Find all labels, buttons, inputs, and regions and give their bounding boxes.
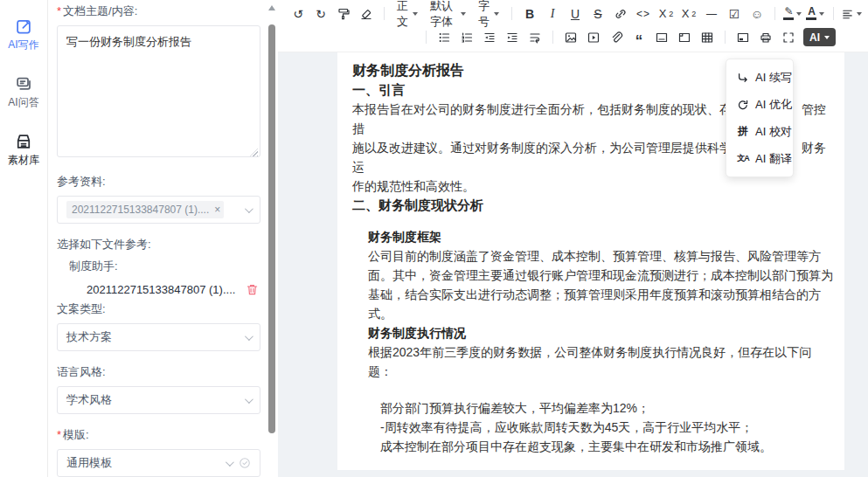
font-family-dropdown[interactable]: 默认字体 — [424, 3, 472, 24]
highlight-color-dropdown[interactable]: ✎ — [782, 3, 803, 24]
ai-tools-dropdown[interactable]: AI — [803, 28, 836, 46]
blockquote-button[interactable]: “ — [628, 27, 649, 48]
proofread-icon: 拼 — [737, 124, 749, 139]
paragraph-style-dropdown[interactable]: 正文 — [391, 3, 424, 24]
outdent-button[interactable] — [479, 27, 500, 48]
horizontal-rule-button[interactable]: — — [701, 3, 722, 24]
italic-button[interactable]: I — [542, 3, 563, 24]
caret-down-icon — [824, 36, 830, 39]
source-view-icon — [736, 31, 750, 45]
ordered-list-button[interactable] — [456, 27, 477, 48]
print-button[interactable] — [755, 27, 776, 48]
bold-button[interactable]: B — [519, 3, 540, 24]
panel-scrollbar[interactable] — [267, 0, 277, 477]
subscript-button[interactable]: X2 — [656, 3, 677, 24]
insert-video-button[interactable] — [583, 27, 604, 48]
scrollbar-thumb[interactable] — [268, 24, 275, 433]
nav-rail: AI写作 AI问答 素材库 — [0, 0, 48, 477]
strikethrough-button[interactable]: S — [587, 3, 608, 24]
fullscreen-button[interactable] — [778, 27, 799, 48]
caret-down-icon — [857, 12, 862, 16]
fullscreen-icon — [781, 31, 795, 45]
image-icon — [564, 31, 578, 45]
menu-item-ai-optimize[interactable]: AI 优化 — [726, 91, 793, 118]
format-painter-icon — [337, 7, 351, 21]
style-select[interactable]: 学术风格 — [57, 386, 260, 414]
tag-close-icon[interactable]: × — [214, 204, 220, 216]
underline-button[interactable]: U — [565, 3, 586, 24]
required-mark: * — [57, 428, 61, 441]
form-panel: *文档主题/内容: 写一份财务制度分析报告 参考资料: 202112271513… — [48, 0, 278, 477]
align-icon — [841, 7, 854, 21]
text-wrap-button[interactable] — [524, 27, 545, 48]
inline-code-button[interactable]: <> — [633, 3, 654, 24]
template-select[interactable]: 通用模板 — [57, 449, 260, 477]
file-reference-row: 2021122715133847807 (1).... — [87, 283, 260, 296]
caret-down-icon — [494, 12, 499, 16]
doc-issue-line: 成本控制在部分项目中存在超支现象，主要集中在研发和市场推广领域。 — [380, 437, 834, 456]
editor: ↺ ↻ 正文 — [278, 0, 868, 477]
menu-item-ai-proofread[interactable]: 拼 AI 校对 — [726, 118, 793, 145]
translate-icon: 文A — [737, 153, 749, 164]
menu-item-label: AI 翻译 — [755, 151, 792, 167]
topic-label: *文档主题/内容: — [57, 3, 260, 19]
code-block-button[interactable] — [674, 27, 695, 48]
reference-label: 参考资料: — [57, 174, 260, 190]
ordered-list-icon — [460, 31, 474, 45]
ai-dropdown-menu: AI 续写 AI 优化 拼 AI 校对 文A AI 翻译 — [726, 59, 794, 177]
reference-tag: 2021122715133847807 (1).... × — [66, 201, 224, 218]
indent-button[interactable] — [502, 27, 523, 48]
eraser-button[interactable] — [356, 3, 377, 24]
chevron-down-icon — [226, 458, 234, 467]
nav-item-ai-qa[interactable]: AI问答 — [8, 75, 38, 110]
template-group: *模版: 通用模板 — [57, 427, 260, 477]
font-color-icon: A — [806, 7, 816, 20]
doc-paragraph-framework: 公司目前的制度涵盖了资金管理、成本控制、预算管理、核算与报告、风险管理等方面。其… — [368, 246, 834, 323]
menu-item-ai-continue[interactable]: AI 续写 — [726, 64, 793, 91]
editor-canvas: 财务制度分析报告 一、引言 本报告旨在对公司的财务制度进行全面分析，包括财务制度… — [278, 52, 868, 477]
topic-input[interactable]: 写一份财务制度分析报告 — [57, 25, 260, 157]
superscript-button[interactable]: X2 — [678, 3, 699, 24]
ai-write-icon — [15, 17, 32, 35]
app: AI写作 AI问答 素材库 *文档主题/内容: 写一份财务制度分析报告 参考资 — [0, 0, 868, 477]
caret-down-icon — [461, 12, 466, 16]
trash-icon[interactable] — [246, 283, 259, 296]
optimize-icon — [737, 99, 749, 111]
attachment-button[interactable] — [606, 27, 627, 48]
ai-button-label: AI — [809, 31, 820, 44]
format-painter-button[interactable] — [333, 3, 354, 24]
eraser-icon — [359, 7, 373, 21]
scroll-up-arrow-icon[interactable] — [268, 5, 275, 10]
doc-subheading-framework: 财务制度框架 — [368, 227, 834, 246]
font-size-dropdown[interactable]: 字号 — [472, 3, 505, 24]
highlight-pen-icon: ✎ — [783, 7, 794, 20]
template-value: 通用模板 — [66, 455, 112, 471]
assistant-label: 制度助手: — [69, 259, 260, 274]
undo-button[interactable]: ↺ — [288, 3, 309, 24]
bullet-list-button[interactable] — [434, 27, 455, 48]
menu-item-ai-translate[interactable]: 文A AI 翻译 — [726, 145, 793, 172]
insert-image-button[interactable] — [560, 27, 581, 48]
nav-item-ai-write[interactable]: AI写作 — [8, 17, 38, 52]
menu-item-label: AI 续写 — [755, 70, 792, 86]
doc-type-select[interactable]: 技术方案 — [57, 323, 260, 351]
insert-table-button[interactable] — [697, 27, 718, 48]
reference-select[interactable]: 2021122715133847807 (1).... × — [57, 196, 260, 224]
todo-list-button[interactable]: ☑ — [724, 3, 745, 24]
doc-heading-status: 二、财务制度现状分析 — [352, 196, 834, 215]
link-button[interactable] — [610, 3, 631, 24]
font-color-dropdown[interactable]: A — [805, 3, 826, 24]
editor-toolbar: ↺ ↻ 正文 — [278, 0, 868, 52]
redo-button[interactable]: ↻ — [310, 3, 331, 24]
outdent-icon — [483, 31, 496, 45]
source-view-button[interactable] — [733, 27, 753, 48]
text-wrap-icon — [528, 31, 542, 45]
align-dropdown[interactable] — [841, 3, 862, 24]
nav-item-library[interactable]: 素材库 — [8, 133, 39, 168]
library-icon — [15, 133, 32, 150]
divider-block-button[interactable] — [651, 27, 672, 48]
font-family-value: 默认字体 — [430, 0, 456, 30]
ai-qa-icon — [15, 75, 32, 93]
emoji-button[interactable]: ☺ — [746, 3, 767, 24]
file-name: 2021122715133847807 (1).... — [87, 283, 246, 296]
